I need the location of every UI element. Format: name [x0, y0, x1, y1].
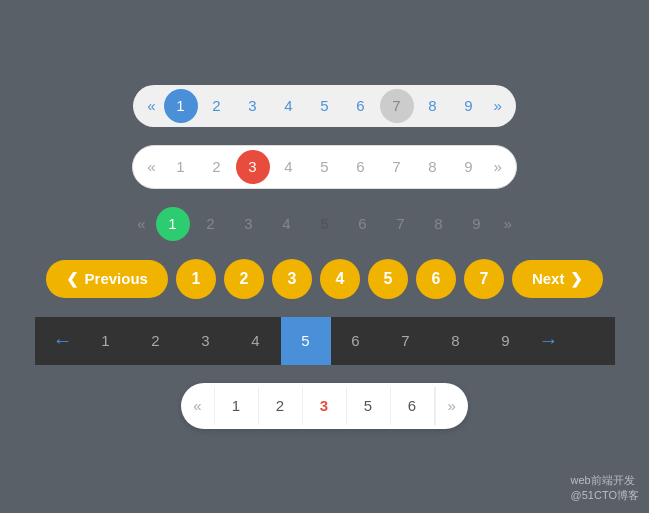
pagination-style6: « 1 2 3 5 6 » [181, 383, 468, 429]
page-item-5-2[interactable]: 2 [131, 317, 181, 365]
page-item-5-5[interactable]: 5 [281, 317, 331, 365]
page-item-2-2[interactable]: 2 [200, 150, 234, 184]
page-item-4-4[interactable]: 4 [320, 259, 360, 299]
pagination-row-2: « 1 2 3 4 5 6 7 8 9 » [0, 145, 649, 189]
page-item-1-9[interactable]: 9 [452, 89, 486, 123]
pagination-row-6: « 1 2 3 5 6 » [0, 383, 649, 429]
pagination-row-1: « 1 2 3 4 5 6 7 8 9 » [0, 85, 649, 127]
page-item-3-6[interactable]: 6 [346, 207, 380, 241]
pagination-style5: ← 1 2 3 4 5 6 7 8 9 → [35, 317, 615, 365]
page-item-3-4[interactable]: 4 [270, 207, 304, 241]
pagination-style1: « 1 2 3 4 5 6 7 8 9 » [133, 85, 516, 127]
page-item-1-4[interactable]: 4 [272, 89, 306, 123]
page-item-2-3[interactable]: 3 [236, 150, 270, 184]
page-item-6-3[interactable]: 3 [303, 387, 347, 425]
page-item-4-3[interactable]: 3 [272, 259, 312, 299]
page-item-6-2[interactable]: 2 [259, 387, 303, 425]
page-item-2-8[interactable]: 8 [416, 150, 450, 184]
next-arrow-5[interactable]: → [531, 329, 567, 352]
next-arrow-2[interactable]: » [488, 158, 508, 175]
page-item-4-6[interactable]: 6 [416, 259, 456, 299]
pagination-row-4: ❮ Previous 1 2 3 4 5 6 7 Next ❯ [0, 259, 649, 299]
page-item-5-3[interactable]: 3 [181, 317, 231, 365]
page-item-4-1[interactable]: 1 [176, 259, 216, 299]
page-item-3-3[interactable]: 3 [232, 207, 266, 241]
page-item-6-1[interactable]: 1 [215, 387, 259, 425]
page-item-3-8[interactable]: 8 [422, 207, 456, 241]
page-item-6-5[interactable]: 5 [347, 387, 391, 425]
prev-arrow-5[interactable]: ← [45, 329, 81, 352]
page-item-5-7[interactable]: 7 [381, 317, 431, 365]
page-item-2-4[interactable]: 4 [272, 150, 306, 184]
page-item-5-1[interactable]: 1 [81, 317, 131, 365]
next-arrow-6[interactable]: » [435, 387, 468, 425]
page-item-2-9[interactable]: 9 [452, 150, 486, 184]
pagination-row-5: ← 1 2 3 4 5 6 7 8 9 → [0, 317, 649, 365]
pagination-row-3: « 1 2 3 4 5 6 7 8 9 » [0, 207, 649, 241]
pagination-style2: « 1 2 3 4 5 6 7 8 9 » [132, 145, 517, 189]
page-item-5-4[interactable]: 4 [231, 317, 281, 365]
page-item-4-2[interactable]: 2 [224, 259, 264, 299]
page-item-1-8[interactable]: 8 [416, 89, 450, 123]
page-item-3-5[interactable]: 5 [308, 207, 342, 241]
page-item-3-2[interactable]: 2 [194, 207, 228, 241]
page-item-3-7[interactable]: 7 [384, 207, 418, 241]
page-item-1-7[interactable]: 7 [380, 89, 414, 123]
page-item-5-6[interactable]: 6 [331, 317, 381, 365]
page-item-3-1[interactable]: 1 [156, 207, 190, 241]
prev-arrow-3[interactable]: « [131, 215, 151, 232]
next-button[interactable]: Next ❯ [512, 260, 604, 298]
page-item-1-5[interactable]: 5 [308, 89, 342, 123]
watermark: web前端开发 @51CTO博客 [571, 473, 639, 503]
page-item-2-1[interactable]: 1 [164, 150, 198, 184]
page-item-1-3[interactable]: 3 [236, 89, 270, 123]
page-item-2-6[interactable]: 6 [344, 150, 378, 184]
page-item-6-6[interactable]: 6 [391, 387, 435, 425]
page-item-4-7[interactable]: 7 [464, 259, 504, 299]
page-item-2-7[interactable]: 7 [380, 150, 414, 184]
page-item-5-9[interactable]: 9 [481, 317, 531, 365]
page-item-3-9[interactable]: 9 [460, 207, 494, 241]
page-item-2-5[interactable]: 5 [308, 150, 342, 184]
prev-arrow-1[interactable]: « [141, 97, 161, 114]
page-item-1-1[interactable]: 1 [164, 89, 198, 123]
page-item-1-2[interactable]: 2 [200, 89, 234, 123]
page-item-4-5[interactable]: 5 [368, 259, 408, 299]
pagination-style3: « 1 2 3 4 5 6 7 8 9 » [131, 207, 518, 241]
next-arrow-1[interactable]: » [488, 97, 508, 114]
prev-arrow-6[interactable]: « [181, 387, 214, 425]
page-item-5-8[interactable]: 8 [431, 317, 481, 365]
next-arrow-3[interactable]: » [498, 215, 518, 232]
page-item-1-6[interactable]: 6 [344, 89, 378, 123]
pagination-style4: ❮ Previous 1 2 3 4 5 6 7 Next ❯ [26, 259, 624, 299]
prev-arrow-2[interactable]: « [141, 158, 161, 175]
previous-button[interactable]: ❮ Previous [46, 260, 168, 298]
